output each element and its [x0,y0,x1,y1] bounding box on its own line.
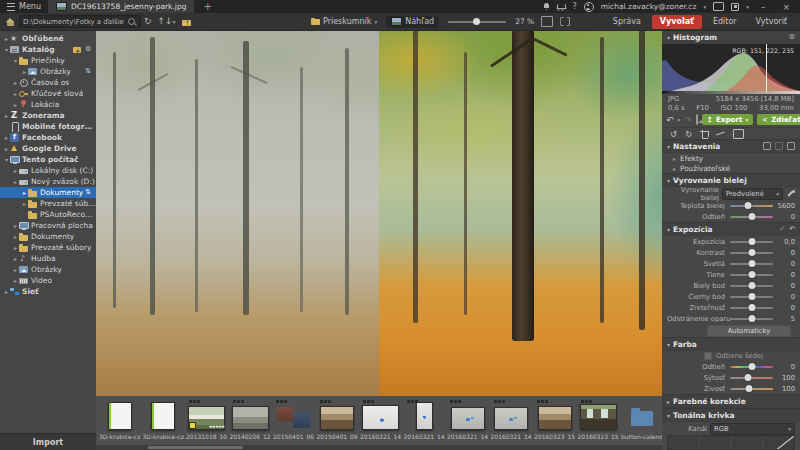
histogram-settings-icon[interactable]: ⚙ [789,33,795,41]
path-input[interactable]: D:\Dokumenty\Fotky a ďalšie obrázky [19,15,141,28]
collapse-arrow-icon[interactable]: ▾ [667,226,670,233]
account-icon[interactable] [584,2,594,12]
exposure-reset-icon[interactable]: ↶ [789,225,795,233]
expand-arrow-icon[interactable]: ▸ [12,220,19,231]
sidebar-item-zonerama[interactable]: ▸Zonerama [0,110,96,121]
sidebar-item-nov-zv-zok-d[interactable]: ▸Nový zväzok (D:) [0,176,96,187]
slider-track[interactable] [730,263,773,265]
photo-preview[interactable] [96,30,662,396]
histogram-header[interactable]: ▾ Histogram ⚙ [662,30,800,44]
fit-view-icon[interactable] [541,16,553,27]
expand-arrow-icon[interactable]: ▸ [673,165,676,172]
folder-up-icon[interactable] [182,18,191,26]
crop-icon[interactable] [700,130,708,138]
close-button[interactable]: × [777,2,795,12]
exposure-enabled-icon[interactable]: ✓ [779,225,785,233]
expand-arrow-icon[interactable]: ▸ [21,66,28,77]
effects-item[interactable]: ▸ Efekty [662,153,800,163]
rotate-left-icon[interactable]: ↺ [670,129,677,139]
exposure-header[interactable]: ▾ Expozícia ✓ ↶ [662,222,800,236]
auto-exposure-button[interactable]: Automaticky [707,325,791,337]
home-icon[interactable] [6,18,15,26]
document-tab[interactable]: DC19613758_jesenny-park.jpg [48,0,194,13]
slider-track[interactable] [730,216,773,218]
grayscale-checkbox[interactable] [704,352,712,360]
fullscreen-icon[interactable] [731,3,739,11]
expand-arrow-icon[interactable]: ▸ [12,77,19,88]
expand-arrow-icon[interactable]: ▸ [673,155,676,162]
slider-thumb[interactable] [748,282,755,289]
sync-icon[interactable] [84,67,93,76]
slider-track[interactable] [730,366,773,368]
filmstrip-item-20160323-151825[interactable]: 20160323_151825... [578,399,619,440]
undo-icon[interactable]: ↶ [666,115,674,125]
display-icon[interactable] [713,2,724,11]
search-icon[interactable] [128,18,135,25]
white-balance-select[interactable]: Predvolené ▾ [722,188,783,200]
module-tab-vyvola[interactable]: Vyvolať [652,15,702,29]
expand-arrow-icon[interactable]: ▸ [3,33,10,44]
sidebar-item-lok-lny-disk-c[interactable]: ▸Lokálny disk (C:) [0,165,96,176]
filmstrip-item-20140206-123706[interactable]: 20140206_123706... [230,399,271,440]
show-original-icon[interactable] [696,114,698,125]
redo-icon[interactable]: ↷ [684,115,692,125]
straighten-icon[interactable] [716,130,725,138]
expand-arrow-icon[interactable]: ▸ [21,198,28,209]
account-email[interactable]: michal.zavacky@zoner.cz [601,2,697,11]
notifications-icon[interactable] [543,3,550,10]
slider-thumb[interactable] [749,213,756,220]
export-caret-icon[interactable]: ▾ [746,117,749,123]
collapse-arrow-icon[interactable]: ▾ [667,143,670,150]
expand-arrow-icon[interactable]: ▸ [3,110,10,121]
slider-track[interactable] [730,241,773,243]
share-button[interactable]: < Zdieľať [757,114,800,125]
settings-header[interactable]: ▾ Nastavenia [662,139,800,153]
account-caret-icon[interactable]: ▾ [703,4,706,10]
thumbnail[interactable] [534,399,575,431]
expand-arrow-icon[interactable]: ▸ [12,176,19,187]
filmstrip-item-20150401-090115[interactable]: 20150401_090115... [317,399,358,440]
slider-thumb[interactable] [748,304,755,311]
thumbnail[interactable] [360,399,401,431]
thumbnail[interactable] [447,399,488,431]
collapse-arrow-icon[interactable]: ▾ [667,412,670,419]
paste-settings-icon[interactable] [775,142,783,150]
sidebar-item-hudba[interactable]: ▸Hudba [0,253,96,264]
slider-thumb[interactable] [745,202,752,209]
expand-arrow-icon[interactable]: ▸ [3,132,10,143]
canvas-icon[interactable] [733,129,744,139]
sync-icon[interactable] [84,188,93,197]
filmstrip-item-3d-krabice-cze[interactable]: 3D-krabice-cze-... [143,399,184,440]
tone-curve-header[interactable]: ▾ Tonálna krivka [662,408,800,422]
sidebar-item-mobiln-fotografie[interactable]: Mobilné fotografie [0,121,96,132]
shop-cart-icon[interactable] [557,3,565,10]
sidebar-item-obr-zky[interactable]: ▸Obrázky [0,264,96,275]
thumbnail[interactable] [404,399,445,431]
expand-arrow-icon[interactable]: ▸ [12,231,19,242]
import-button[interactable]: Import [0,433,96,450]
expand-arrow-icon[interactable]: ▸ [12,264,19,275]
export-button[interactable]: ↥ Export ▾ [702,114,753,125]
expand-arrow-icon[interactable]: ▸ [12,99,19,110]
slider-thumb[interactable] [748,363,755,370]
thumbnail[interactable] [273,399,314,431]
sidebar-item-katal-g[interactable]: ▾Katalóg [0,44,96,55]
sidebar-item-prevzat-s-bory[interactable]: ▸Prevzaté súbory [0,198,96,209]
collapse-arrow-icon[interactable]: ▾ [667,177,670,184]
sidebar-item-tento-po-ta[interactable]: ▾Tento počítač [0,154,96,165]
explorer-view-button[interactable]: Prieskumník ▾ [306,16,382,28]
filmstrip-scrollbar[interactable] [96,445,662,450]
sidebar-item-facebook[interactable]: ▸Facebook [0,132,96,143]
expand-arrow-icon[interactable]: ▸ [3,143,10,154]
slider-track[interactable] [730,205,773,207]
filmstrip-item-20160321-143904[interactable]: 20160321_143904... [404,399,445,440]
expand-arrow-icon[interactable]: ▸ [12,275,19,286]
sidebar-item-lok-cia[interactable]: ▸Lokácia [0,99,96,110]
eyedropper-icon[interactable] [786,189,795,198]
thumbnail[interactable] [99,399,140,431]
slider-thumb[interactable] [748,271,755,278]
expand-arrow-icon[interactable]: ▸ [12,242,19,253]
color-correction-header[interactable]: ▸ Farebné korekcie [662,394,800,408]
sidebar-item-dokumenty[interactable]: ▸Dokumenty [0,187,96,198]
new-tab-button[interactable]: + [194,1,220,12]
